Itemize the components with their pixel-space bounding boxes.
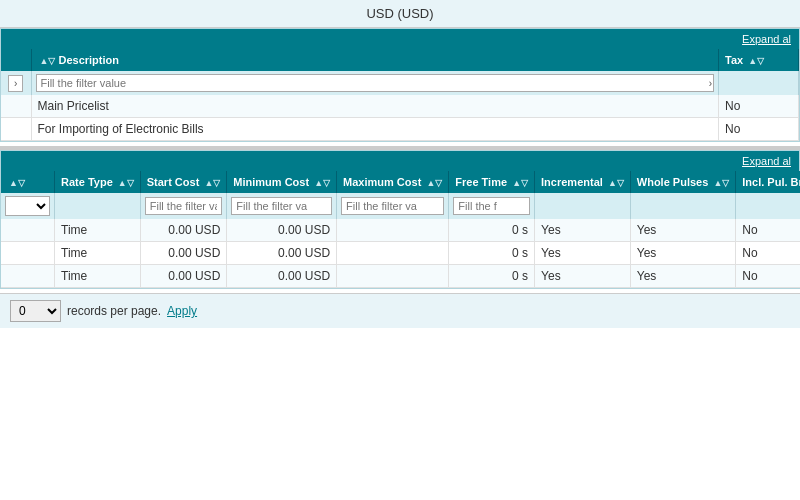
apply-link[interactable]: Apply [167,304,197,318]
section1-col-tax: Tax ▲▽ [719,49,799,71]
sort-icon-desc: ▲▽ [40,56,56,66]
section1-expand-link[interactable]: Expand al [742,33,791,45]
s2-col-rate-type: Rate Type ▲▽ [55,171,141,193]
s2-col-max-cost: Maximum Cost ▲▽ [337,171,449,193]
s2-r1-free-time: 0 s [449,219,535,242]
s2-filter-whole-pulses [630,193,736,219]
records-per-page-select[interactable]: 0 10 20 50 100 [10,300,61,322]
section2: Expand al ▲▽ Rate Type ▲▽ Start Cost ▲▽ … [0,150,800,289]
s2-sort-icon-0: ▲▽ [9,178,25,188]
s2-col-free-time: Free Time ▲▽ [449,171,535,193]
section1-filter-chevron: › [1,71,31,95]
section1-col-empty [1,49,31,71]
s2-sort-icon-7: ▲▽ [713,178,729,188]
section1-row-2: For Importing of Electronic Bills No [1,118,799,141]
section1-expand-bar: Expand al [1,29,799,49]
s2-col-start-cost: Start Cost ▲▽ [140,171,227,193]
s2-r1-start-cost: 0.00 USD [140,219,227,242]
s2-r3-incl: No [736,265,800,288]
s2-sort-icon-1: ▲▽ [118,178,134,188]
section1-row1-tax: No [719,95,799,118]
s2-r3-max-cost [337,265,449,288]
s2-col-min-cost: Minimum Cost ▲▽ [227,171,337,193]
s2-r3-start-cost: 0.00 USD [140,265,227,288]
s2-r3-incremental: Yes [535,265,631,288]
s2-sort-icon-4: ▲▽ [426,178,442,188]
section1-filter-desc-cell: › [31,71,719,95]
section2-filter-row [1,193,800,219]
s2-r2-max-cost [337,242,449,265]
s2-r3-free-time: 0 s [449,265,535,288]
s2-filter-max-cost [337,193,449,219]
s2-r3-whole-pulses: Yes [630,265,736,288]
s2-filter-min-cost [227,193,337,219]
s2-filter-free-time-input[interactable] [453,197,530,215]
s2-filter-max-cost-input[interactable] [341,197,444,215]
s2-row-1: Time 0.00 USD 0.00 USD 0 s Yes Yes No [1,219,800,242]
s2-r2-free-time: 0 s [449,242,535,265]
s2-sort-icon-6: ▲▽ [608,178,624,188]
section1: Expand al ▲▽ Description Tax ▲▽ › [0,28,800,142]
s2-filter-min-cost-input[interactable] [231,197,332,215]
s2-col-incremental: Incremental ▲▽ [535,171,631,193]
section1-row1-chevron [1,95,31,118]
s2-r1-max-cost [337,219,449,242]
s2-r1-incremental: Yes [535,219,631,242]
section1-chevron-button[interactable]: › [8,75,23,92]
section1-row-1: Main Pricelist No [1,95,799,118]
s2-sort-icon-5: ▲▽ [512,178,528,188]
section2-header-row: ▲▽ Rate Type ▲▽ Start Cost ▲▽ Minimum Co… [1,171,800,193]
records-per-page-label: records per page. [67,304,161,318]
section1-header-row: ▲▽ Description Tax ▲▽ [1,49,799,71]
s2-col-incl: Incl. Pul. Bre. [736,171,800,193]
s2-filter-incl [736,193,800,219]
s2-r1-sort [1,219,55,242]
s2-r2-start-cost: 0.00 USD [140,242,227,265]
section1-row1-description: Main Pricelist [31,95,719,118]
s2-r3-sort [1,265,55,288]
s2-r3-rate-type: Time [55,265,141,288]
s2-sort-icon-2: ▲▽ [204,178,220,188]
section1-row2-description: For Importing of Electronic Bills [31,118,719,141]
currency-bar: USD (USD) [0,0,800,28]
s2-r1-incl: No [736,219,800,242]
s2-filter-start-cost-input[interactable] [145,197,223,215]
section1-col-description: ▲▽ Description [31,49,719,71]
s2-r2-incl: No [736,242,800,265]
s2-r3-min-cost: 0.00 USD [227,265,337,288]
s2-r2-rate-type: Time [55,242,141,265]
s2-row-3: Time 0.00 USD 0.00 USD 0 s Yes Yes No [1,265,800,288]
s2-r2-whole-pulses: Yes [630,242,736,265]
s2-r2-min-cost: 0.00 USD [227,242,337,265]
s2-filter-free-time [449,193,535,219]
section1-filter-row: › › [1,71,799,95]
s2-filter-start-cost [140,193,227,219]
section1-filter-tax-cell [719,71,799,95]
section1-table: ▲▽ Description Tax ▲▽ › › [1,49,799,141]
section1-filter-desc-input[interactable] [36,74,715,92]
s2-filter-incremental [535,193,631,219]
currency-label: USD (USD) [366,6,433,21]
pagination-bar: 0 10 20 50 100 records per page. Apply [0,293,800,328]
s2-r1-whole-pulses: Yes [630,219,736,242]
s2-r1-rate-type: Time [55,219,141,242]
section2-expand-bar: Expand al [1,151,799,171]
s2-r1-min-cost: 0.00 USD [227,219,337,242]
section1-row2-chevron [1,118,31,141]
s2-filter-rate-type [55,193,141,219]
s2-col-sort: ▲▽ [1,171,55,193]
section1-row2-tax: No [719,118,799,141]
s2-r2-sort [1,242,55,265]
section2-table: ▲▽ Rate Type ▲▽ Start Cost ▲▽ Minimum Co… [1,171,800,288]
sort-icon-tax: ▲▽ [748,56,764,66]
s2-r2-incremental: Yes [535,242,631,265]
s2-filter-select[interactable] [5,196,50,216]
section2-expand-link[interactable]: Expand al [742,155,791,167]
section1-filter-desc-wrapper: › [36,74,715,92]
s2-col-whole-pulses: Whole Pulses ▲▽ [630,171,736,193]
s2-filter-col0 [1,193,55,219]
s2-row-2: Time 0.00 USD 0.00 USD 0 s Yes Yes No [1,242,800,265]
s2-sort-icon-3: ▲▽ [314,178,330,188]
